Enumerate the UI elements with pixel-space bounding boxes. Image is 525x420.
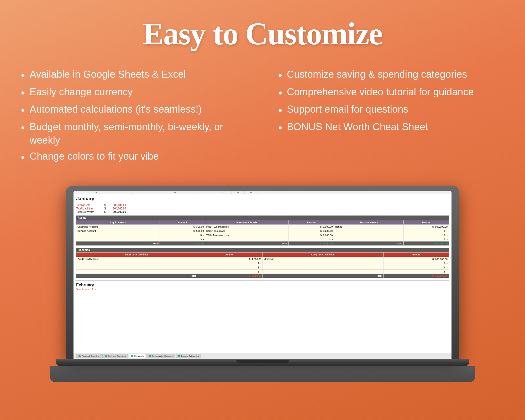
- assets-row-1: Chequing Account $ 300.00 RRSP Wealthsim…: [76, 224, 449, 229]
- laptop-screen: A B C D E F G H January Total Assets $ 5…: [74, 191, 452, 359]
- personal-name-2: [334, 229, 403, 233]
- total-liabilities-row: Total Liabilities $ 304,000.00: [76, 207, 449, 210]
- liquid-name-2: Savings Account: [76, 229, 160, 233]
- feature-text: Easily change currency: [30, 85, 133, 99]
- bullet-icon: •: [21, 86, 25, 100]
- long-amt-1: $ 300,000.00: [383, 257, 449, 261]
- personal-assets-col-header: Personal Assets: [334, 220, 403, 224]
- laptop-mockup: A B C D E F G H January Total Assets $ 5…: [66, 186, 459, 382]
- assets-table: Liquid Assets Amount Investment Assets A…: [76, 220, 449, 246]
- tab-icon-income: [178, 355, 180, 357]
- total-networth-dollar: $: [102, 211, 108, 213]
- feb-total-assets: Total Assets $ -: [76, 288, 449, 291]
- liquid-total-label: Total: [76, 241, 160, 245]
- liquid-amt-2: $ 500.00: [160, 229, 205, 233]
- invest-name-3: TFSA Modernadvisor: [205, 233, 288, 237]
- long-term-amount-header: Amount: [383, 252, 449, 257]
- feature-right-item: •Support email for questions: [278, 103, 504, 118]
- assets-total-row: Total $ 800.00 Total $ 8,200.00 Total $ …: [76, 241, 449, 245]
- row-num-header: [74, 191, 79, 194]
- col-a-header: A: [79, 191, 113, 194]
- invest-amt-3: $ 1,000.00: [288, 233, 334, 237]
- short-name-1: Credit card balance: [76, 257, 197, 261]
- total-assets-dollar: $: [102, 204, 108, 207]
- assets-section: Assets Liquid Assets Amount Investment A…: [76, 216, 449, 246]
- feature-text: Automated calculations (it's seamless!): [30, 103, 202, 116]
- liquid-amt-1: $ 300.00: [160, 224, 205, 229]
- short-amt-4: $ -: [197, 269, 262, 274]
- feature-left-item: •Change colors to fit your vibe: [21, 150, 247, 165]
- long-term-col-header: Long-term Liabilities: [262, 252, 383, 257]
- invest-total-label: Total: [205, 241, 288, 245]
- liquid-amount-col-header: Amount: [160, 220, 205, 224]
- feb-assets-value: -: [95, 288, 96, 291]
- invest-amt-2: $ 4,200.00: [288, 229, 334, 233]
- page-title: Easy to Customize: [143, 16, 382, 52]
- feature-text: Change colors to fit your vibe: [30, 150, 159, 163]
- feature-left-item: •Budget monthly, semi-monthly, bi-weekly…: [21, 120, 247, 147]
- bullet-icon: •: [21, 121, 25, 135]
- col-b-header: B: [113, 191, 132, 194]
- bullet-icon: •: [278, 86, 282, 100]
- tab-label-networth: Net Worth: [134, 355, 144, 357]
- tab-label-personal: Personal Spending: [82, 355, 99, 357]
- tab-business-spending[interactable]: Business Spending: [102, 354, 128, 358]
- total-networth-row: Total Net Worth $ 205,000.00: [76, 211, 449, 213]
- liquid-amt-4: $ -: [160, 237, 205, 241]
- personal-amount-col-header: Amount: [403, 220, 449, 224]
- tab-icon-business: [105, 355, 107, 357]
- spreadsheet: A B C D E F G H January Total Assets $ 5…: [74, 191, 452, 359]
- february-title: February: [76, 283, 449, 287]
- bullet-icon: •: [21, 68, 25, 83]
- col-d-header: D: [166, 191, 184, 194]
- feature-text: Available in Google Sheets & Excel: [30, 68, 186, 81]
- feature-left-item: •Automated calculations (it's seamless!): [21, 103, 247, 118]
- liabilities-row-1: Credit card balance $ 4,000.00 Mortgage …: [76, 257, 449, 261]
- long-name-4: [262, 269, 383, 274]
- short-amt-1: $ 4,000.00: [197, 257, 262, 261]
- bullet-icon: •: [278, 68, 282, 83]
- assets-row-3: $ - TFSA Modernadvisor $ 1,000.00 $ -: [76, 233, 449, 237]
- total-networth-label: Total Net Worth: [76, 211, 102, 213]
- tab-personal-spending[interactable]: Personal Spending: [76, 354, 102, 358]
- long-name-2: [262, 261, 383, 265]
- long-name-3: [262, 265, 383, 269]
- liquid-amt-3: $ -: [160, 233, 205, 237]
- column-headers: A B C D E F G H: [74, 191, 452, 194]
- invest-amt-4: $ -: [288, 237, 334, 241]
- short-name-3: [76, 265, 197, 269]
- bullet-icon: •: [278, 103, 282, 118]
- sheet-tabs: Personal Spending Business Spending Net …: [74, 353, 452, 359]
- short-name-2: [76, 261, 197, 265]
- invest-total-value: $ 8,200.00: [288, 241, 334, 245]
- col-c-header: C: [132, 191, 166, 194]
- long-amt-3: $ -: [383, 265, 449, 269]
- assets-header: Assets: [76, 216, 449, 220]
- total-assets-row: Total Assets $ 509,000.00: [76, 204, 449, 207]
- personal-amt-3: $ -: [403, 233, 449, 237]
- total-assets-label: Total Assets: [76, 204, 102, 207]
- liquid-assets-col-header: Liquid Assets: [76, 220, 160, 224]
- liabilities-section: Liabilities Short-term Liabilities Amoun…: [76, 248, 449, 278]
- personal-name-3: [334, 233, 403, 237]
- col-g-header: G: [232, 191, 245, 194]
- tab-label-income: Income Categories: [181, 355, 199, 357]
- features-left-col: •Available in Google Sheets & Excel•Easi…: [21, 68, 247, 165]
- total-liabilities-dollar: $: [102, 207, 108, 210]
- personal-amt-2: $ -: [403, 229, 449, 233]
- short-name-4: [76, 269, 197, 274]
- feature-text: Support email for questions: [287, 103, 408, 116]
- personal-amt-4: $ -: [403, 237, 449, 241]
- tab-net-worth[interactable]: Net Worth: [129, 354, 146, 358]
- feature-right-item: •Customize saving & spending categories: [278, 68, 504, 83]
- feb-assets-label: Total Assets: [76, 288, 89, 291]
- tab-income-categories[interactable]: Income Categories: [176, 354, 201, 358]
- long-total-value: $ 300,000.00: [383, 274, 449, 278]
- feature-left-item: •Available in Google Sheets & Excel: [21, 68, 247, 83]
- tab-spending-category[interactable]: Spending by Category: [146, 354, 175, 358]
- tab-icon-networth: [131, 355, 133, 357]
- total-liabilities-label: Total Liabilities: [76, 207, 102, 210]
- investment-amount-col-header: Amount: [288, 220, 334, 224]
- liabilities-header: Liabilities: [76, 248, 449, 252]
- feature-text: Customize saving & spending categories: [287, 68, 467, 81]
